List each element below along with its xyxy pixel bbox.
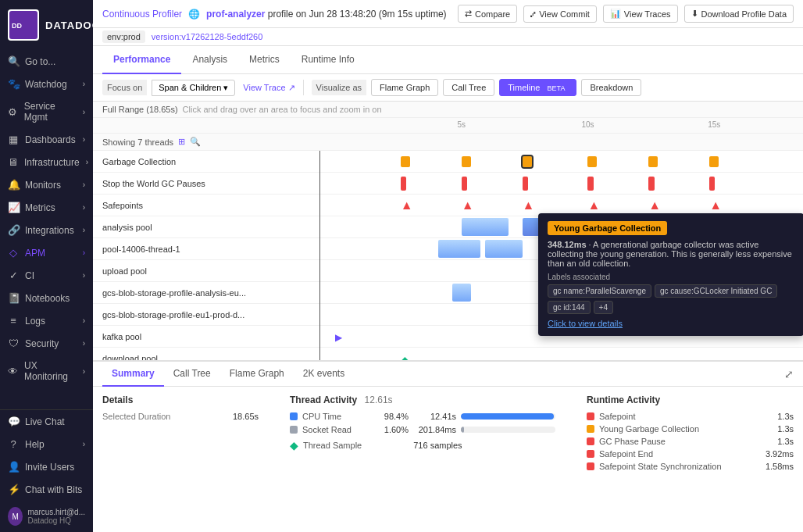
socket-read-pct: 1.60% — [377, 425, 409, 434]
tab-runtime-info[interactable]: Runtime Info — [291, 46, 366, 74]
sidebar: DD DATADOG 🔍 Go to... 🐾 Watchdog › ⚙ Ser… — [0, 0, 93, 532]
chevron-right-icon: › — [83, 339, 85, 348]
thread-track[interactable]: ◆ — [335, 348, 803, 360]
thread-track[interactable]: ▲ ▲ ▲ ▲ ▲ ▲ — [335, 195, 803, 216]
sidebar-item-goto[interactable]: 🔍 Go to... — [0, 50, 93, 73]
chevron-right-icon: › — [83, 180, 85, 189]
tab-events[interactable]: 2K events — [294, 362, 354, 387]
tab-metrics[interactable]: Metrics — [238, 46, 291, 74]
sidebar-item-ux-monitoring[interactable]: 👁 UX Monitoring › — [0, 355, 93, 387]
sidebar-item-security[interactable]: 🛡 Security › — [0, 332, 93, 355]
runtime-row: Safepoint End 3.92ms — [587, 449, 794, 459]
showing-threads: Showing 7 threads — [102, 137, 173, 147]
table-row: Garbage Collection — [93, 151, 803, 173]
sidebar-item-ci[interactable]: ✓ CI › — [0, 264, 93, 287]
continuous-profiler-link[interactable]: Continuous Profiler — [102, 9, 182, 20]
chevron-right-icon: › — [83, 226, 85, 234]
beta-badge: BETA — [544, 84, 569, 93]
toolbar-divider — [303, 80, 304, 95]
ruler-tick-10s: 10s — [581, 120, 594, 129]
sidebar-item-dashboards[interactable]: ▦ Dashboards › — [0, 128, 93, 151]
runtime-row: Safepoint State Synchronization 1.58ms — [587, 462, 794, 471]
tab-flame-graph[interactable]: Flame Graph — [220, 362, 294, 387]
sidebar-item-logs[interactable]: ≡ Logs › — [0, 309, 93, 332]
ruler-track: 5s 10s 15s — [335, 118, 803, 133]
sidebar-item-metrics[interactable]: 📈 Metrics › — [0, 196, 93, 219]
tab-performance[interactable]: Performance — [102, 46, 181, 74]
flame-graph-button[interactable]: Flame Graph — [371, 79, 438, 96]
sidebar-item-invite-users[interactable]: 👤 Invite Users — [0, 455, 93, 478]
chevron-down-icon: ▾ — [223, 83, 228, 93]
sidebar-item-live-chat[interactable]: 💬 Live Chat — [0, 410, 93, 433]
logo-text: DATADOG — [45, 20, 93, 31]
tooltip-tag: gc name:ParallelScavenge — [548, 284, 651, 298]
sidebar-item-notebooks[interactable]: 📓 Notebooks — [0, 287, 93, 309]
thread-label: kafka pool — [93, 332, 335, 341]
thread-activity-section: Thread Activity 12.61s CPU Time 98.4% 12… — [290, 395, 555, 524]
sidebar-item-integrations[interactable]: 🔗 Integrations › — [0, 219, 93, 241]
dashboard-icon: ▦ — [8, 134, 19, 145]
threads-header: Showing 7 threads ⊞ 🔍 — [93, 134, 803, 151]
compare-button[interactable]: ⇄ Compare — [458, 5, 517, 23]
apm-icon: ◇ — [8, 247, 19, 259]
call-tree-button[interactable]: Call Tree — [443, 79, 494, 96]
ygc-val: 1.3s — [777, 424, 794, 434]
sidebar-item-infrastructure[interactable]: 🖥 Infrastructure › — [0, 151, 93, 173]
view-traces-button[interactable]: 📊 View Traces — [603, 5, 678, 23]
thread-track[interactable] — [335, 151, 803, 172]
runtime-row: GC Phase Pause 1.3s — [587, 437, 794, 446]
view-trace-link[interactable]: View Trace ↗ — [243, 83, 294, 93]
github-icon: ⑇ — [530, 9, 536, 19]
tab-call-tree[interactable]: Call Tree — [164, 362, 220, 387]
timeline-button[interactable]: Timeline BETA — [499, 79, 576, 96]
view-commit-button[interactable]: ⑇ View Commit — [523, 5, 597, 23]
sidebar-item-service-mgmt[interactable]: ⚙ Service Mgmt › — [0, 95, 93, 128]
chevron-right-icon: › — [83, 80, 85, 88]
monitor-icon: 🔔 — [8, 179, 19, 191]
cpu-time-label: CPU Time — [302, 412, 373, 421]
selected-duration-value: 18.65s — [233, 412, 259, 421]
socket-color-dot — [290, 426, 298, 434]
runtime-row: Young Garbage Collection 1.3s — [587, 424, 794, 434]
tooltip-view-details-link[interactable]: Click to view details — [548, 319, 623, 328]
tooltip: Young Garbage Collection 348.12ms · A ge… — [538, 213, 803, 336]
infrastructure-icon: 🖥 — [8, 156, 18, 168]
safepoint-sync-val: 1.58ms — [766, 462, 794, 471]
details-section: Details Selected Duration 18.65s — [102, 395, 259, 524]
globe-icon: 🌐 — [188, 9, 200, 20]
socket-bar-fill — [461, 427, 464, 433]
profile-name: prof-analyzer — [206, 9, 265, 20]
details-title: Details — [102, 395, 259, 405]
sidebar-item-apm[interactable]: ◇ APM › — [0, 241, 93, 264]
safepoint-end-label: Safepoint End — [599, 449, 761, 459]
sidebar-item-watchdog[interactable]: 🐾 Watchdog › — [0, 73, 93, 95]
breakdown-button[interactable]: Breakdown — [581, 79, 641, 96]
sidebar-item-help[interactable]: ? Help › — [0, 433, 93, 455]
version-link[interactable]: version:v17262128-5eddf260 — [152, 32, 263, 41]
table-row: Stop the World GC Pauses — [93, 173, 803, 195]
cpu-bar — [461, 413, 555, 420]
sidebar-item-monitors[interactable]: 🔔 Monitors › — [0, 173, 93, 196]
runtime-activity-section: Runtime Activity Safepoint 1.3s Young Ga… — [587, 395, 794, 524]
tooltip-tag: +4 — [594, 301, 613, 314]
topbar-row2: env:prod version:v17262128-5eddf260 — [93, 28, 803, 46]
watchdog-icon: 🐾 — [8, 78, 19, 90]
sidebar-item-chat-bits[interactable]: ⚡ Chat with Bits — [0, 478, 93, 501]
drag-hint: Click and drag over an area to focus and… — [183, 105, 382, 114]
tab-analysis[interactable]: Analysis — [181, 46, 238, 74]
download-button[interactable]: ⬇ Download Profile Data — [684, 5, 794, 23]
visualize-as-label: Visualize as — [312, 80, 367, 95]
bottom-tabs: Summary Call Tree Flame Graph 2K events … — [93, 362, 803, 387]
thread-list[interactable]: Garbage Collection Stop the World GC Pau… — [93, 151, 803, 360]
thread-label: download pool — [93, 354, 335, 361]
tab-summary[interactable]: Summary — [102, 362, 164, 387]
user-add-icon: 👤 — [8, 461, 19, 473]
expand-icon[interactable]: ⤢ — [784, 368, 794, 380]
chevron-right-icon: › — [86, 158, 88, 166]
thread-track[interactable] — [335, 173, 803, 194]
span-children-select[interactable]: Span & Children ▾ — [152, 80, 235, 96]
chevron-right-icon: › — [83, 271, 85, 280]
chat-icon: 💬 — [8, 416, 19, 427]
chevron-right-icon: › — [83, 316, 85, 325]
main-content: Continuous Profiler 🌐 prof-analyzer prof… — [93, 0, 803, 532]
